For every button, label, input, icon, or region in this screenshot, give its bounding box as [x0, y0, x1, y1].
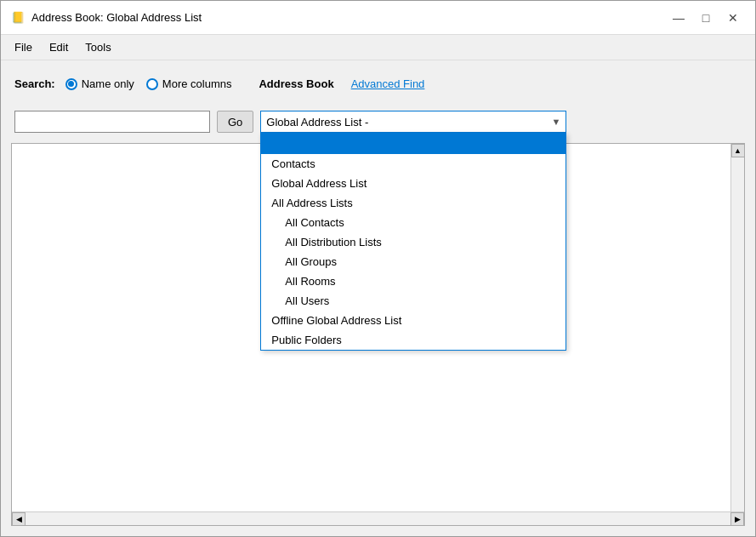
vertical-scrollbar: ▲ ▼ [730, 144, 744, 525]
radio-more-columns-circle [146, 78, 158, 90]
main-window: 📒 Address Book: Global Address List — □ … [0, 0, 756, 537]
address-book-section: Address Book Advanced Find [259, 77, 742, 90]
title-bar: 📒 Address Book: Global Address List — □ … [1, 1, 755, 35]
dropdown-item-public-folders[interactable]: Public Folders [261, 330, 566, 350]
horizontal-scrollbar: ◀ ▶ [12, 511, 744, 525]
radio-name-only[interactable]: Name only [65, 77, 134, 90]
dropdown-item-all-groups[interactable]: All Groups [261, 252, 566, 271]
toolbar: Search: Name only More columns Address B… [1, 60, 755, 107]
menu-bar: File Edit Tools [1, 35, 755, 60]
scroll-h-track [26, 512, 730, 525]
search-input[interactable] [14, 111, 210, 133]
menu-tools[interactable]: Tools [78, 37, 117, 57]
menu-file[interactable]: File [8, 37, 39, 57]
radio-name-only-label: Name only [82, 77, 134, 90]
title-bar-left: 📒 Address Book: Global Address List [11, 11, 202, 25]
address-book-dropdown-wrapper: Global Address List - ▼ Contacts Global … [260, 111, 566, 133]
address-book-label: Address Book [259, 77, 333, 90]
window-title: Address Book: Global Address List [31, 11, 202, 24]
dropdown-header [261, 134, 566, 154]
radio-more-columns-label: More columns [162, 77, 232, 90]
dropdown-item-all-users[interactable]: All Users [261, 291, 566, 311]
scroll-right-button[interactable]: ▶ [730, 512, 744, 526]
title-bar-controls: — □ ✕ [667, 6, 745, 30]
scroll-left-button[interactable]: ◀ [12, 512, 26, 526]
dropdown-item-all-address-lists[interactable]: All Address Lists [261, 193, 566, 213]
scroll-up-button[interactable]: ▲ [731, 144, 745, 157]
dropdown-menu: Contacts Global Address List All Address… [260, 133, 566, 351]
close-button[interactable]: ✕ [721, 6, 745, 30]
radio-name-only-circle [65, 78, 77, 90]
maximize-button[interactable]: □ [694, 6, 718, 30]
menu-edit[interactable]: Edit [43, 37, 75, 57]
dropdown-item-contacts[interactable]: Contacts [261, 154, 566, 174]
search-row: Go Global Address List - ▼ Contacts Glob… [1, 107, 755, 143]
go-button[interactable]: Go [217, 111, 253, 133]
radio-more-columns[interactable]: More columns [146, 77, 232, 90]
search-label: Search: [14, 77, 55, 90]
minimize-button[interactable]: — [667, 6, 691, 30]
dropdown-item-all-distribution-lists[interactable]: All Distribution Lists [261, 232, 566, 252]
dropdown-selected[interactable]: Global Address List - ▼ [260, 111, 566, 133]
dropdown-item-all-contacts[interactable]: All Contacts [261, 213, 566, 232]
app-icon: 📒 [11, 11, 25, 25]
dropdown-arrow-icon: ▼ [551, 117, 560, 127]
radio-group: Name only More columns [65, 77, 232, 90]
dropdown-item-offline-global[interactable]: Offline Global Address List [261, 311, 566, 330]
advanced-find-button[interactable]: Advanced Find [351, 77, 425, 90]
dropdown-item-global-address-list[interactable]: Global Address List [261, 174, 566, 193]
dropdown-item-all-rooms[interactable]: All Rooms [261, 271, 566, 291]
dropdown-selected-text: Global Address List - [266, 116, 368, 129]
